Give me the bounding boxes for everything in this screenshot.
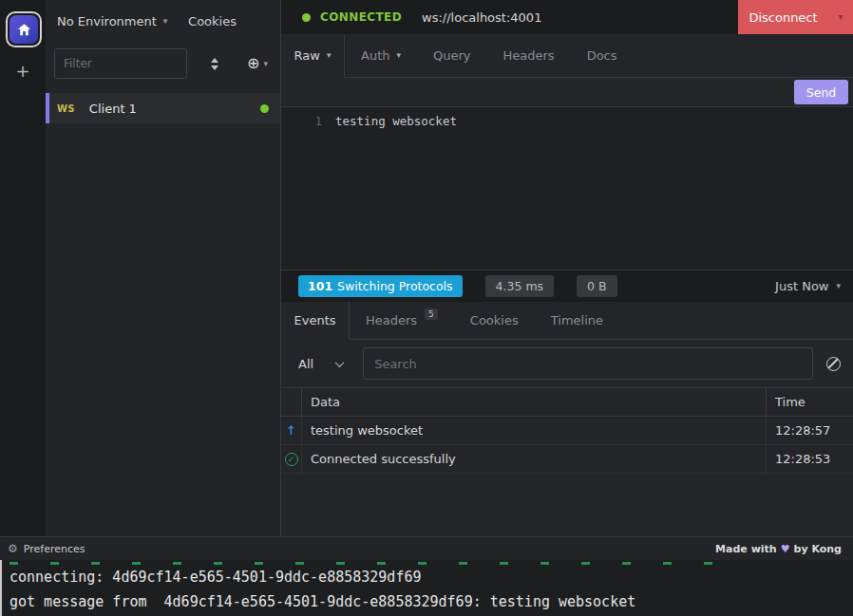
disconnect-button[interactable]: Disconnect bbox=[738, 0, 828, 34]
home-button[interactable] bbox=[6, 11, 42, 47]
terminal-clipped-line bbox=[2, 560, 853, 565]
chevron-down-icon: ▾ bbox=[836, 282, 841, 290]
filter-input[interactable] bbox=[54, 48, 187, 79]
client-name: Client 1 bbox=[89, 102, 137, 116]
send-row: Send bbox=[281, 78, 853, 106]
tab-auth-label: Auth bbox=[361, 48, 389, 63]
event-data: Connected successfully bbox=[302, 445, 766, 473]
response-size-badge: 0 B bbox=[577, 275, 617, 297]
event-search-input[interactable] bbox=[363, 347, 813, 380]
event-time: 12:28:53 bbox=[766, 445, 853, 473]
clear-events-button[interactable] bbox=[826, 357, 841, 371]
tab-raw-label: Raw bbox=[294, 48, 320, 63]
sidebar-filter-row: ⊕ ▾ bbox=[46, 42, 280, 85]
terminal-line: got message from 4d69cf14-e565-4501-9ddc… bbox=[2, 589, 853, 614]
status-reason: Switching Protocols bbox=[337, 279, 453, 293]
preferences-button[interactable]: ⚙ Preferences bbox=[8, 543, 85, 555]
home-icon bbox=[9, 15, 38, 44]
preferences-label: Preferences bbox=[24, 543, 85, 555]
response-time-badge: 4.35 ms bbox=[485, 275, 555, 297]
response-status-bar: 101 Switching Protocols 4.35 ms 0 B Just… bbox=[281, 270, 853, 302]
heart-icon: ♥ bbox=[781, 543, 790, 555]
message-editor[interactable]: 1 testing websocket bbox=[281, 106, 853, 270]
event-data: testing websocket bbox=[302, 417, 766, 444]
chevron-down-icon: ▾ bbox=[327, 51, 332, 60]
event-time: 12:28:57 bbox=[766, 417, 853, 444]
status-code: 101 bbox=[308, 279, 332, 293]
chevron-down-icon bbox=[335, 358, 345, 367]
events-table: Data Time ↑ testing websocket 12:28:57 ✓… bbox=[281, 387, 853, 474]
tab-docs-label: Docs bbox=[587, 48, 617, 63]
sort-up-icon bbox=[211, 58, 218, 63]
tab-headers-label: Headers bbox=[503, 48, 555, 63]
disconnect-options-button[interactable]: ▾ bbox=[828, 0, 853, 34]
activity-bar: + bbox=[0, 0, 46, 536]
terminal-line: connecting: 4d69cf14-e565-4501-9ddc-e885… bbox=[2, 565, 853, 589]
data-column-header: Data bbox=[302, 388, 766, 416]
connection-success-icon: ✓ bbox=[285, 453, 298, 466]
tab-response-headers-label: Headers bbox=[366, 313, 417, 327]
made-with-kong: Made with ♥ by Kong bbox=[715, 543, 842, 555]
tab-headers[interactable]: Headers bbox=[487, 34, 571, 77]
environment-selector[interactable]: No Environment ▾ bbox=[57, 14, 167, 28]
websocket-url-bar: CONNECTED ws://localhost:4001 Disconnect… bbox=[281, 0, 853, 34]
add-request-button[interactable]: ⊕ ▾ bbox=[247, 56, 268, 71]
tab-timeline-label: Timeline bbox=[551, 313, 603, 327]
status-code-badge: 101 Switching Protocols bbox=[298, 275, 463, 297]
tab-query[interactable]: Query bbox=[417, 34, 487, 77]
plus-circle-icon: ⊕ bbox=[247, 56, 259, 71]
event-type-select[interactable]: All bbox=[289, 357, 352, 371]
made-with-label: Made with bbox=[715, 543, 777, 555]
tab-query-label: Query bbox=[433, 48, 471, 63]
status-footer: ⚙ Preferences Made with ♥ by Kong bbox=[0, 536, 853, 560]
editor-text: testing websocket bbox=[335, 113, 457, 129]
events-filter-row: All bbox=[281, 340, 853, 387]
response-history-dropdown[interactable]: Just Now ▾ bbox=[775, 279, 841, 293]
line-number: 1 bbox=[281, 113, 322, 129]
headers-count-badge: 5 bbox=[425, 308, 438, 320]
connection-status-label: CONNECTED bbox=[320, 10, 402, 24]
chevron-down-icon: ▾ bbox=[163, 17, 168, 26]
chevron-down-icon: ▾ bbox=[838, 12, 843, 22]
event-type-value: All bbox=[298, 357, 313, 371]
sidebar-header: No Environment ▾ Cookies bbox=[46, 0, 280, 42]
tab-raw[interactable]: Raw ▾ bbox=[281, 34, 345, 77]
terminal-clipped-green-text bbox=[9, 562, 739, 565]
main-panel: CONNECTED ws://localhost:4001 Disconnect… bbox=[280, 0, 853, 536]
sort-down-icon bbox=[211, 65, 218, 70]
recency-label: Just Now bbox=[775, 279, 828, 293]
tab-events[interactable]: Events bbox=[281, 302, 350, 339]
sidebar: No Environment ▾ Cookies ⊕ ▾ WS Client 1 bbox=[46, 0, 280, 536]
terminal-window[interactable]: connecting: 4d69cf14-e565-4501-9ddc-e885… bbox=[0, 560, 853, 616]
ws-method-badge: WS bbox=[57, 103, 75, 114]
tab-docs[interactable]: Docs bbox=[571, 34, 634, 77]
event-row-sent[interactable]: ↑ testing websocket 12:28:57 bbox=[281, 417, 853, 445]
request-tab-bar: Raw ▾ Auth ▾ Query Headers Docs bbox=[281, 34, 853, 78]
chevron-down-icon: ▾ bbox=[396, 51, 401, 60]
tab-response-cookies-label: Cookies bbox=[470, 313, 519, 327]
sort-button[interactable] bbox=[207, 54, 222, 74]
editor-line: 1 testing websocket bbox=[281, 113, 853, 129]
message-sent-icon: ↑ bbox=[286, 423, 296, 438]
environment-label: No Environment bbox=[57, 14, 157, 28]
connected-status-dot bbox=[302, 13, 311, 22]
tab-response-headers[interactable]: Headers 5 bbox=[350, 302, 454, 339]
sidebar-item-client-1[interactable]: WS Client 1 bbox=[46, 93, 280, 123]
chevron-down-icon: ▾ bbox=[263, 60, 268, 68]
send-button[interactable]: Send bbox=[794, 80, 848, 104]
tab-timeline[interactable]: Timeline bbox=[535, 302, 619, 339]
websocket-url-field[interactable]: ws://localhost:4001 bbox=[422, 10, 541, 25]
insomnia-app-window: + No Environment ▾ Cookies ⊕ ▾ WS Client… bbox=[0, 0, 853, 616]
tab-auth[interactable]: Auth ▾ bbox=[345, 34, 417, 77]
gear-icon: ⚙ bbox=[8, 543, 18, 554]
icon-column-header bbox=[281, 388, 302, 416]
time-column-header: Time bbox=[766, 388, 853, 416]
tab-response-cookies[interactable]: Cookies bbox=[454, 302, 535, 339]
by-kong-label: by Kong bbox=[794, 543, 842, 555]
tab-events-label: Events bbox=[294, 313, 335, 327]
events-table-header: Data Time bbox=[281, 388, 853, 417]
add-project-button[interactable]: + bbox=[0, 59, 46, 82]
cookies-button[interactable]: Cookies bbox=[188, 14, 237, 28]
event-row-connected[interactable]: ✓ Connected successfully 12:28:53 bbox=[281, 445, 853, 474]
disconnect-button-group: Disconnect ▾ bbox=[738, 0, 853, 34]
